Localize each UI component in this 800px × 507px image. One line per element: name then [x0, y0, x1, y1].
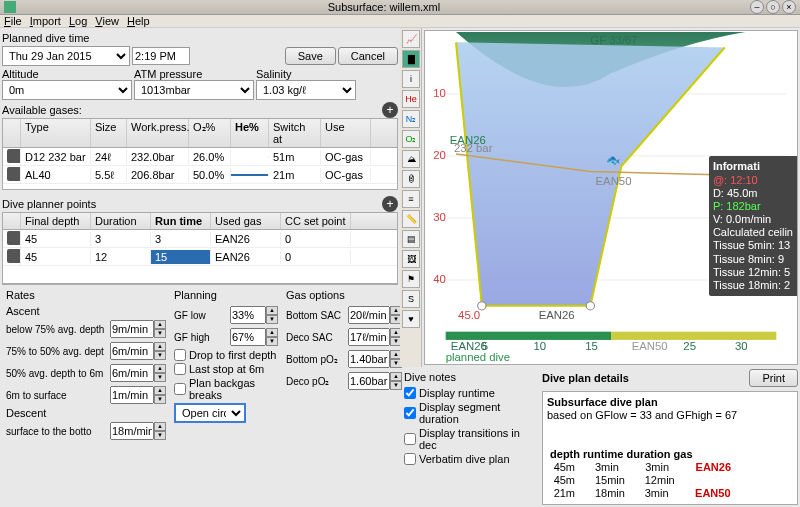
calc-icon[interactable]: ≡	[402, 190, 420, 208]
he-icon[interactable]: He	[402, 90, 420, 108]
svg-text:30: 30	[433, 211, 446, 223]
trash-icon[interactable]	[7, 167, 21, 181]
points-label: Dive planner points	[2, 198, 96, 210]
planned-time-label: Planned dive time	[2, 32, 398, 44]
rate-a6[interactable]	[110, 386, 154, 404]
trash-icon[interactable]	[7, 249, 21, 263]
svg-text:10: 10	[534, 341, 547, 353]
plan-details-label: Dive plan details	[542, 372, 749, 384]
window-title: Subsurface: willem.xml	[20, 1, 748, 13]
atm-select[interactable]: 1013mbar	[134, 80, 254, 100]
graph-icon[interactable]: ⛰	[402, 150, 420, 168]
salinity-label: Salinity	[256, 68, 356, 80]
close-button[interactable]: ×	[782, 0, 796, 14]
sac-icon[interactable]: S	[402, 290, 420, 308]
point-row[interactable]: 45 3 3 EAN26 0	[3, 230, 397, 248]
menu-import[interactable]: Import	[30, 15, 61, 27]
dsac-input[interactable]	[348, 328, 390, 346]
rate-a50[interactable]	[110, 364, 154, 382]
gflow-input[interactable]	[230, 306, 266, 324]
backgas-checkbox[interactable]	[174, 383, 186, 395]
svg-text:40: 40	[433, 273, 446, 285]
rate-a75[interactable]	[110, 342, 154, 360]
svg-text:EAN50: EAN50	[596, 175, 632, 187]
svg-text:10: 10	[433, 87, 446, 99]
menu-file[interactable]: File	[4, 15, 22, 27]
chart-toolbar: 📈 ▇ i He N₂ O₂ ⛰ 🛢 ≡ 📏 ▤ 🖼 ⚑ S ♥	[400, 28, 422, 367]
svg-text:15: 15	[585, 341, 598, 353]
points-table: Final depth Duration Run time Used gas C…	[2, 212, 398, 284]
gases-table: Type Size Work.press. O₂% He% Switch at …	[2, 118, 398, 190]
svg-text:45.0: 45.0	[458, 310, 480, 322]
hr-icon[interactable]: ♥	[402, 310, 420, 328]
svg-text:EAN26: EAN26	[539, 310, 575, 322]
trash-icon[interactable]	[7, 149, 21, 163]
tank-icon[interactable]: 🛢	[402, 170, 420, 188]
ruler-icon[interactable]: 📏	[402, 210, 420, 228]
menu-view[interactable]: View	[95, 15, 119, 27]
svg-text:25: 25	[683, 341, 696, 353]
descent-label: Descent	[6, 407, 166, 419]
list-icon[interactable]: ▤	[402, 230, 420, 248]
ascent-label: Ascent	[6, 305, 166, 317]
menu-help[interactable]: Help	[127, 15, 150, 27]
profile-icon[interactable]: 📈	[402, 30, 420, 48]
rate-surf[interactable]	[110, 422, 154, 440]
bsac-input[interactable]	[348, 306, 390, 324]
photo-icon[interactable]: 🖼	[402, 250, 420, 268]
chart-tooltip: Informati @: 12:10 D: 45.0m P: 182bar V:…	[709, 156, 797, 296]
svg-point-11	[586, 302, 594, 310]
gas-row[interactable]: D12 232 bar 24ℓ 232.0bar 26.0% 51m OC-ga…	[3, 148, 397, 166]
save-button[interactable]: Save	[285, 47, 336, 65]
svg-text:20: 20	[433, 149, 446, 161]
menu-log[interactable]: Log	[69, 15, 87, 27]
maximize-button[interactable]: ○	[766, 0, 780, 14]
atm-label: ATM pressure	[134, 68, 254, 80]
svg-text:30: 30	[735, 341, 748, 353]
runtime-checkbox[interactable]	[404, 387, 416, 399]
dive-profile-chart[interactable]: 10 20 30 40 GF 33/67 232 bar E	[424, 30, 798, 365]
drop-checkbox[interactable]	[174, 349, 186, 361]
gasopt-label: Gas options	[286, 289, 402, 301]
planning-label: Planning	[174, 289, 278, 301]
date-select[interactable]: Thu 29 Jan 2015	[2, 46, 130, 66]
plan-details-text: Subsurface dive plan based on GFlow = 33…	[542, 391, 798, 505]
gfhigh-input[interactable]	[230, 328, 266, 346]
rates-label: Rates	[6, 289, 166, 301]
print-button[interactable]: Print	[749, 369, 798, 387]
add-point-button[interactable]: +	[382, 196, 398, 212]
app-icon	[4, 1, 16, 13]
add-gas-button[interactable]: +	[382, 102, 398, 118]
bpo2-input[interactable]	[348, 350, 390, 368]
flag-icon[interactable]: ⚑	[402, 270, 420, 288]
altitude-label: Altitude	[2, 68, 132, 80]
last6-checkbox[interactable]	[174, 363, 186, 375]
svg-text:🐟: 🐟	[606, 154, 621, 168]
o2-icon[interactable]: O₂	[402, 130, 420, 148]
gas-row[interactable]: AL40 5.5ℓ 206.8bar 50.0% 21m OC-gas	[3, 166, 397, 184]
trash-icon[interactable]	[7, 231, 21, 245]
dpo2-input[interactable]	[348, 372, 390, 390]
notes-label: Dive notes	[404, 371, 536, 383]
time-input[interactable]	[132, 47, 190, 65]
altitude-select[interactable]: 0m	[2, 80, 132, 100]
verbatim-checkbox[interactable]	[404, 453, 416, 465]
segment-checkbox[interactable]	[404, 407, 416, 419]
svg-rect-18	[446, 332, 611, 340]
circuit-select[interactable]: Open circu	[174, 403, 246, 423]
cancel-button[interactable]: Cancel	[338, 47, 398, 65]
svg-text:EAN50: EAN50	[632, 341, 668, 353]
svg-rect-19	[611, 332, 776, 340]
gases-label: Available gases:	[2, 104, 82, 116]
svg-text:GF 33/67: GF 33/67	[590, 35, 637, 47]
point-row[interactable]: 45 12 15 EAN26 0	[3, 248, 397, 266]
svg-text:planned dive: planned dive	[446, 351, 510, 363]
transitions-checkbox[interactable]	[404, 433, 416, 445]
rate-b75[interactable]	[110, 320, 154, 338]
svg-text:EAN26: EAN26	[450, 134, 486, 146]
chart-icon[interactable]: ▇	[402, 50, 420, 68]
info-icon[interactable]: i	[402, 70, 420, 88]
salinity-select[interactable]: 1.03 kg/ℓ	[256, 80, 356, 100]
minimize-button[interactable]: –	[750, 0, 764, 14]
n2-icon[interactable]: N₂	[402, 110, 420, 128]
